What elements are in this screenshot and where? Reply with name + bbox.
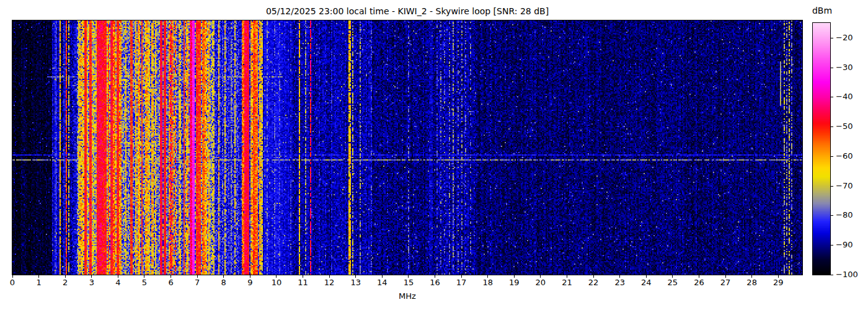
colorbar-tick-label: −100: [836, 270, 858, 280]
colorbar-tick-label: −70: [836, 181, 852, 191]
spectrogram-plot[interactable]: [12, 20, 803, 275]
x-tick-label: 29: [768, 278, 789, 287]
colorbar-tick-label: −60: [836, 151, 852, 161]
x-tick-label: 28: [742, 278, 763, 287]
x-tick-label: 3: [81, 278, 102, 287]
chart-title: 05/12/2025 23:00 local time - KIWI_2 - S…: [12, 6, 802, 16]
x-tick-label: 4: [107, 278, 128, 287]
x-tick-label: 10: [266, 278, 287, 287]
colorbar-tick-label: −80: [836, 210, 852, 220]
x-tick-label: 16: [425, 278, 446, 287]
x-tick-label: 24: [636, 278, 657, 287]
x-tick-label: 25: [662, 278, 683, 287]
x-tick-label: 1: [29, 278, 50, 287]
colorbar-unit-label: dBm: [803, 6, 841, 16]
x-tick-label: 26: [688, 278, 709, 287]
x-tick-label: 13: [345, 278, 366, 287]
x-tick-label: 18: [477, 278, 498, 287]
x-tick-label: 17: [451, 278, 472, 287]
colorbar-tick-mark: [831, 215, 833, 216]
colorbar-tick-mark: [831, 38, 833, 38]
colorbar-tick-mark: [831, 245, 833, 246]
x-tick-label: 7: [187, 278, 208, 287]
colorbar-tick-mark: [831, 275, 833, 275]
x-tick-label: 0: [2, 278, 23, 287]
colorbar-tick-label: −30: [836, 63, 852, 73]
colorbar-tick-label: −90: [836, 240, 852, 250]
colorbar-tick-mark: [831, 156, 833, 157]
x-tick-label: 22: [583, 278, 604, 287]
colorbar-gradient-canvas: [813, 23, 830, 275]
waterfall-canvas[interactable]: [12, 20, 802, 275]
x-tick-label: 27: [715, 278, 736, 287]
colorbar-tick-label: −40: [836, 92, 852, 102]
colorbar-tick-mark: [831, 186, 833, 187]
x-tick-label: 14: [371, 278, 392, 287]
colorbar: [812, 22, 831, 275]
waterfall-figure: 05/12/2025 23:00 local time - KIWI_2 - S…: [0, 0, 868, 310]
x-tick-label: 20: [530, 278, 551, 287]
colorbar-tick-mark: [831, 126, 833, 127]
x-tick-label: 19: [503, 278, 525, 287]
x-tick-label: 11: [293, 278, 314, 287]
colorbar-tick-label: −50: [836, 122, 852, 131]
x-tick-label: 23: [609, 278, 631, 287]
colorbar-tick-label: −20: [836, 33, 852, 43]
x-tick-label: 21: [556, 278, 577, 287]
x-tick-label: 9: [239, 278, 260, 287]
x-tick-label: 6: [161, 278, 182, 287]
colorbar-tick-mark: [831, 68, 833, 68]
x-tick-label: 5: [134, 278, 155, 287]
colorbar-tick-mark: [831, 97, 833, 97]
x-tick-label: 2: [55, 278, 76, 287]
x-axis-label: MHz: [12, 291, 802, 301]
x-tick-label: 8: [213, 278, 234, 287]
x-tick-label: 15: [398, 278, 419, 287]
x-tick-label: 12: [319, 278, 340, 287]
